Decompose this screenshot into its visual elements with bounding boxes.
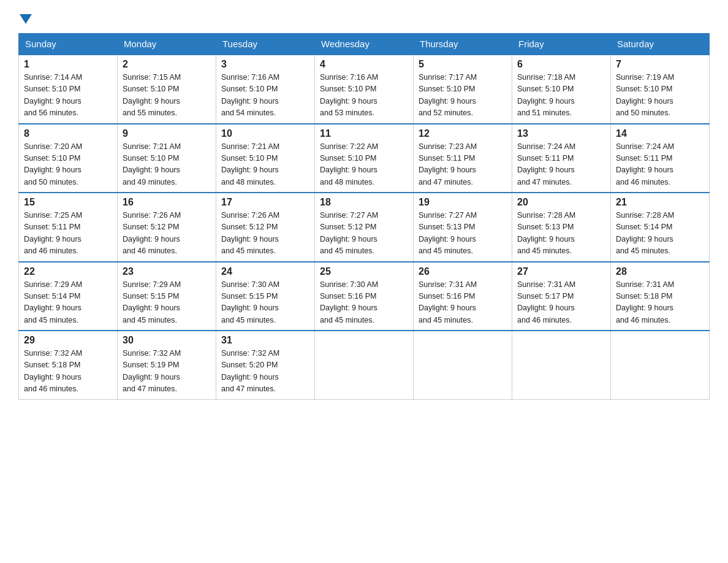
empty-cell [512,331,611,399]
day-number-20: 20 [517,197,605,208]
day-cell-9: 9Sunrise: 7:21 AMSunset: 5:10 PMDaylight… [118,124,216,193]
day-number-13: 13 [517,128,605,139]
day-cell-17: 17Sunrise: 7:26 AMSunset: 5:12 PMDayligh… [216,193,315,262]
calendar-header-saturday: Saturday [611,34,710,55]
day-info-10: Sunrise: 7:21 AMSunset: 5:10 PMDaylight:… [221,141,309,189]
day-info-25: Sunrise: 7:30 AMSunset: 5:16 PMDaylight:… [320,279,408,327]
calendar-header-thursday: Thursday [414,34,512,55]
day-info-11: Sunrise: 7:22 AMSunset: 5:10 PMDaylight:… [320,141,408,189]
day-info-18: Sunrise: 7:27 AMSunset: 5:12 PMDaylight:… [320,210,408,258]
day-cell-19: 19Sunrise: 7:27 AMSunset: 5:13 PMDayligh… [414,193,512,262]
day-number-7: 7 [616,59,704,70]
day-number-11: 11 [320,128,408,139]
day-cell-5: 5Sunrise: 7:17 AMSunset: 5:10 PMDaylight… [414,55,512,124]
day-cell-6: 6Sunrise: 7:18 AMSunset: 5:10 PMDaylight… [512,55,611,124]
calendar-header-tuesday: Tuesday [216,34,315,55]
day-info-2: Sunrise: 7:15 AMSunset: 5:10 PMDaylight:… [123,72,211,120]
day-cell-10: 10Sunrise: 7:21 AMSunset: 5:10 PMDayligh… [216,124,315,193]
day-info-1: Sunrise: 7:14 AMSunset: 5:10 PMDaylight:… [24,72,112,120]
day-number-28: 28 [616,266,704,277]
day-cell-31: 31Sunrise: 7:32 AMSunset: 5:20 PMDayligh… [216,331,315,399]
day-number-2: 2 [123,59,211,70]
day-cell-18: 18Sunrise: 7:27 AMSunset: 5:12 PMDayligh… [315,193,414,262]
day-info-3: Sunrise: 7:16 AMSunset: 5:10 PMDaylight:… [221,72,309,120]
day-info-23: Sunrise: 7:29 AMSunset: 5:15 PMDaylight:… [123,279,211,327]
day-cell-30: 30Sunrise: 7:32 AMSunset: 5:19 PMDayligh… [118,331,216,399]
week-row-5: 29Sunrise: 7:32 AMSunset: 5:18 PMDayligh… [19,331,710,399]
day-cell-24: 24Sunrise: 7:30 AMSunset: 5:15 PMDayligh… [216,262,315,331]
day-number-19: 19 [419,197,507,208]
calendar-header-row: SundayMondayTuesdayWednesdayThursdayFrid… [19,34,710,55]
day-number-25: 25 [320,266,408,277]
day-info-21: Sunrise: 7:28 AMSunset: 5:14 PMDaylight:… [616,210,704,258]
day-info-31: Sunrise: 7:32 AMSunset: 5:20 PMDaylight:… [221,348,309,396]
day-cell-26: 26Sunrise: 7:31 AMSunset: 5:16 PMDayligh… [414,262,512,331]
day-info-16: Sunrise: 7:26 AMSunset: 5:12 PMDaylight:… [123,210,211,258]
day-cell-15: 15Sunrise: 7:25 AMSunset: 5:11 PMDayligh… [19,193,118,262]
day-number-4: 4 [320,59,408,70]
day-cell-27: 27Sunrise: 7:31 AMSunset: 5:17 PMDayligh… [512,262,611,331]
day-info-12: Sunrise: 7:23 AMSunset: 5:11 PMDaylight:… [419,141,507,189]
day-info-26: Sunrise: 7:31 AMSunset: 5:16 PMDaylight:… [419,279,507,327]
day-number-1: 1 [24,59,112,70]
day-info-24: Sunrise: 7:30 AMSunset: 5:15 PMDaylight:… [221,279,309,327]
empty-cell [315,331,414,399]
day-number-8: 8 [24,128,112,139]
day-info-30: Sunrise: 7:32 AMSunset: 5:19 PMDaylight:… [123,348,211,396]
week-row-4: 22Sunrise: 7:29 AMSunset: 5:14 PMDayligh… [19,262,710,331]
day-cell-7: 7Sunrise: 7:19 AMSunset: 5:10 PMDaylight… [611,55,710,124]
day-cell-22: 22Sunrise: 7:29 AMSunset: 5:14 PMDayligh… [19,262,118,331]
day-info-5: Sunrise: 7:17 AMSunset: 5:10 PMDaylight:… [419,72,507,120]
week-row-2: 8Sunrise: 7:20 AMSunset: 5:10 PMDaylight… [19,124,710,193]
day-info-20: Sunrise: 7:28 AMSunset: 5:13 PMDaylight:… [517,210,605,258]
day-cell-23: 23Sunrise: 7:29 AMSunset: 5:15 PMDayligh… [118,262,216,331]
day-number-18: 18 [320,197,408,208]
empty-cell [414,331,512,399]
day-cell-11: 11Sunrise: 7:22 AMSunset: 5:10 PMDayligh… [315,124,414,193]
day-info-7: Sunrise: 7:19 AMSunset: 5:10 PMDaylight:… [616,72,704,120]
logo [18,12,33,22]
day-info-22: Sunrise: 7:29 AMSunset: 5:14 PMDaylight:… [24,279,112,327]
day-number-14: 14 [616,128,704,139]
day-number-27: 27 [517,266,605,277]
calendar-header-friday: Friday [512,34,611,55]
day-number-24: 24 [221,266,309,277]
day-info-15: Sunrise: 7:25 AMSunset: 5:11 PMDaylight:… [24,210,112,258]
day-cell-2: 2Sunrise: 7:15 AMSunset: 5:10 PMDaylight… [118,55,216,124]
day-number-23: 23 [123,266,211,277]
day-info-27: Sunrise: 7:31 AMSunset: 5:17 PMDaylight:… [517,279,605,327]
header [18,12,710,22]
day-cell-21: 21Sunrise: 7:28 AMSunset: 5:14 PMDayligh… [611,193,710,262]
day-cell-28: 28Sunrise: 7:31 AMSunset: 5:18 PMDayligh… [611,262,710,331]
empty-cell [611,331,710,399]
day-cell-8: 8Sunrise: 7:20 AMSunset: 5:10 PMDaylight… [19,124,118,193]
day-number-16: 16 [123,197,211,208]
day-number-21: 21 [616,197,704,208]
day-info-29: Sunrise: 7:32 AMSunset: 5:18 PMDaylight:… [24,348,112,396]
day-cell-25: 25Sunrise: 7:30 AMSunset: 5:16 PMDayligh… [315,262,414,331]
day-number-17: 17 [221,197,309,208]
day-cell-12: 12Sunrise: 7:23 AMSunset: 5:11 PMDayligh… [414,124,512,193]
day-info-14: Sunrise: 7:24 AMSunset: 5:11 PMDaylight:… [616,141,704,189]
day-number-10: 10 [221,128,309,139]
day-cell-20: 20Sunrise: 7:28 AMSunset: 5:13 PMDayligh… [512,193,611,262]
day-cell-4: 4Sunrise: 7:16 AMSunset: 5:10 PMDaylight… [315,55,414,124]
day-cell-13: 13Sunrise: 7:24 AMSunset: 5:11 PMDayligh… [512,124,611,193]
day-number-3: 3 [221,59,309,70]
day-info-8: Sunrise: 7:20 AMSunset: 5:10 PMDaylight:… [24,141,112,189]
day-info-13: Sunrise: 7:24 AMSunset: 5:11 PMDaylight:… [517,141,605,189]
day-number-26: 26 [419,266,507,277]
day-info-17: Sunrise: 7:26 AMSunset: 5:12 PMDaylight:… [221,210,309,258]
week-row-3: 15Sunrise: 7:25 AMSunset: 5:11 PMDayligh… [19,193,710,262]
day-number-30: 30 [123,335,211,346]
logo-arrow-icon [20,14,32,24]
day-number-29: 29 [24,335,112,346]
day-cell-16: 16Sunrise: 7:26 AMSunset: 5:12 PMDayligh… [118,193,216,262]
week-row-1: 1Sunrise: 7:14 AMSunset: 5:10 PMDaylight… [19,55,710,124]
day-info-9: Sunrise: 7:21 AMSunset: 5:10 PMDaylight:… [123,141,211,189]
day-number-9: 9 [123,128,211,139]
day-info-28: Sunrise: 7:31 AMSunset: 5:18 PMDaylight:… [616,279,704,327]
calendar-table: SundayMondayTuesdayWednesdayThursdayFrid… [18,33,710,400]
day-cell-3: 3Sunrise: 7:16 AMSunset: 5:10 PMDaylight… [216,55,315,124]
day-cell-29: 29Sunrise: 7:32 AMSunset: 5:18 PMDayligh… [19,331,118,399]
